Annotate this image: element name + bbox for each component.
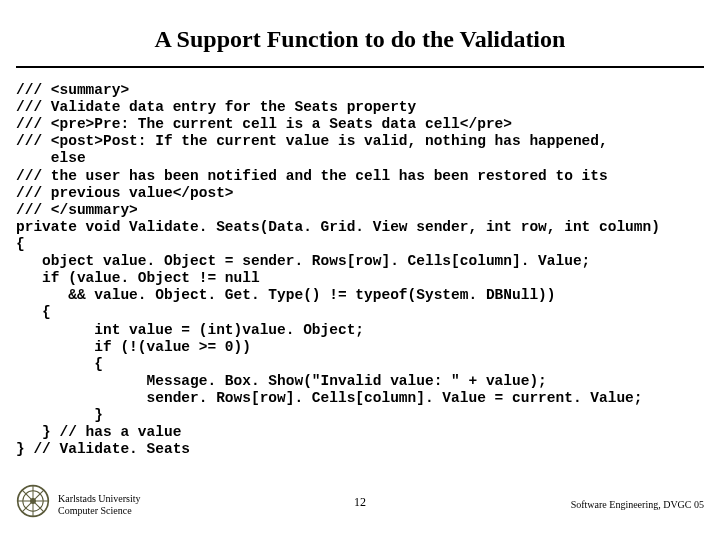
slide: A Support Function to do the Validation …	[0, 0, 720, 540]
title-underline	[16, 66, 704, 68]
footer: Karlstads University Computer Science 12…	[16, 478, 704, 518]
course-label: Software Engineering, DVGC 05	[571, 499, 704, 510]
slide-title: A Support Function to do the Validation	[0, 26, 720, 53]
code-block: /// <summary> /// Validate data entry fo…	[16, 82, 704, 458]
